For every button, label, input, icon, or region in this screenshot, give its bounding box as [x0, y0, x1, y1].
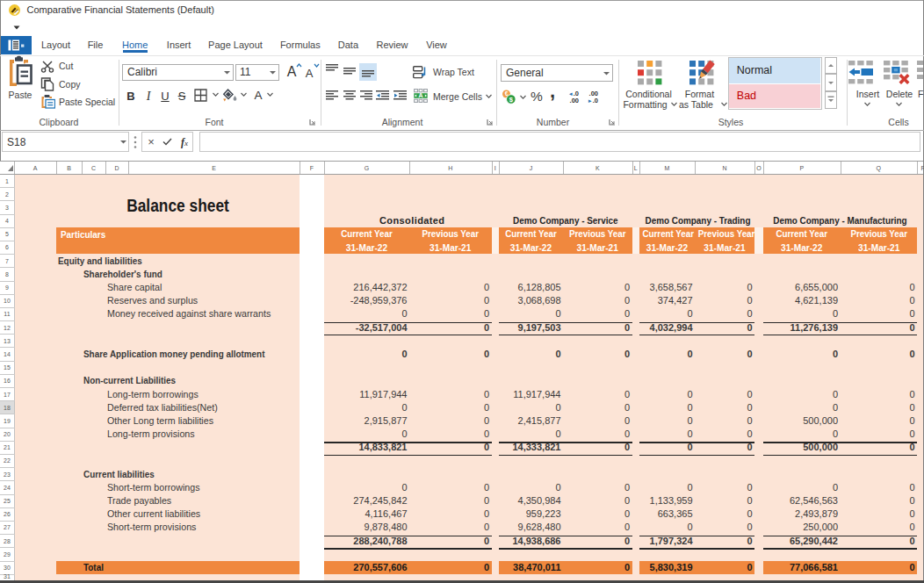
svg-text:A: A: [418, 92, 422, 98]
